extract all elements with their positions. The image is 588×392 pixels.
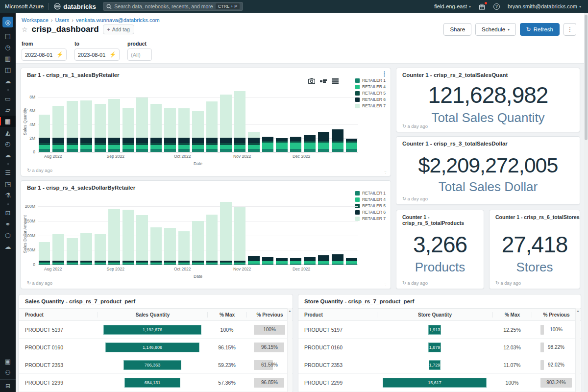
legend-item-retailer-7[interactable]: RETAILER 7 xyxy=(355,103,386,108)
breadcrumb-workspace[interactable]: Workspace xyxy=(22,17,49,23)
column-header--max[interactable]: % Max xyxy=(207,312,246,318)
sidebar-item-workspace[interactable]: ◎ xyxy=(0,16,16,28)
from-date-input[interactable] xyxy=(25,52,54,58)
legend-item-retailer-1[interactable]: RETAILER 1 xyxy=(355,78,386,83)
stacked-bar[interactable] xyxy=(80,198,92,265)
stacked-bar[interactable] xyxy=(290,86,301,152)
stacked-bar[interactable] xyxy=(290,198,301,265)
sidebar-item-queries[interactable]: ▱ xyxy=(0,104,16,116)
sidebar-item-sql-editor[interactable]: ▭ xyxy=(0,93,16,104)
sidebar-item-experiments[interactable]: ⚗ xyxy=(0,190,16,201)
stacked-bar[interactable] xyxy=(136,86,147,152)
legend-item-retailer-5[interactable]: RETAILER 5 xyxy=(355,91,386,96)
legend-item-retailer-5[interactable]: RETAILER 5 xyxy=(355,203,386,208)
stacked-bar[interactable] xyxy=(67,198,78,265)
product-input[interactable] xyxy=(131,52,148,58)
schedule-button[interactable]: Schedule▾ xyxy=(475,23,516,36)
stacked-bar[interactable] xyxy=(262,86,273,152)
table-scrollbar[interactable]: ▲ xyxy=(575,308,580,392)
legend-item-retailer-1[interactable]: RETAILER 1 xyxy=(355,191,386,196)
table-row[interactable]: PRODUCT 51971,91312.25%100% xyxy=(298,321,581,339)
sidebar-item-models[interactable]: ⬡ xyxy=(0,230,16,241)
workspace-env-selector[interactable]: field-eng-east ▾ xyxy=(434,3,471,9)
stacked-bar[interactable] xyxy=(276,198,287,265)
table-row[interactable]: PRODUCT 229915,617100%903.24% xyxy=(298,374,581,392)
table-scrollbar[interactable]: ▲ xyxy=(287,308,292,392)
resize-handle[interactable]: ·· · xyxy=(384,170,388,174)
column-header--previous[interactable]: % Previous xyxy=(246,312,293,318)
legend-item-retailer-4[interactable]: RETAILER 4 xyxy=(355,84,386,89)
stacked-bar[interactable] xyxy=(164,198,175,265)
sidebar-item-marketplace[interactable]: ▣ xyxy=(0,356,16,367)
user-menu[interactable]: bryan.smith@databricks.com ▾ xyxy=(508,3,581,9)
column-header-store-quantity[interactable]: Store Quantity xyxy=(377,312,492,318)
legend-item-retailer-6[interactable]: RETAILER 6 xyxy=(355,97,386,102)
stacked-bar[interactable] xyxy=(262,198,273,265)
sidebar-item-catalog[interactable]: ▥ xyxy=(0,53,16,64)
sidebar-item-delta-live-tables[interactable]: ◳ xyxy=(0,178,16,190)
stacked-bar[interactable] xyxy=(318,198,329,265)
stacked-bar[interactable] xyxy=(95,86,106,152)
stacked-bar[interactable] xyxy=(234,198,245,265)
stacked-bar[interactable] xyxy=(248,86,259,152)
stacked-bar[interactable] xyxy=(150,86,162,152)
table-row[interactable]: PRODUCT 2299684,13157.36%96.85% xyxy=(19,374,293,392)
page-scrollbar[interactable] xyxy=(584,13,588,392)
stacked-bar[interactable] xyxy=(67,86,78,152)
add-tag-button[interactable]: +Add tag xyxy=(103,24,134,34)
share-button[interactable]: Share xyxy=(443,23,471,36)
refresh-button[interactable]: ↻Refresh xyxy=(520,23,560,36)
table-row[interactable]: PRODUCT 01601,146,80896.15%96.15% xyxy=(19,339,293,356)
stacked-bar[interactable] xyxy=(39,86,50,152)
stacked-bar[interactable] xyxy=(52,198,64,265)
stacked-bar[interactable] xyxy=(318,86,329,152)
stacked-bar[interactable] xyxy=(164,86,175,152)
sidebar-item-workflows[interactable]: ◫ xyxy=(0,64,16,75)
sidebar-item-sql-warehouses[interactable]: ☁ xyxy=(0,149,16,161)
sidebar-item-partner-connect[interactable]: ⚭ xyxy=(0,219,16,230)
to-date-field[interactable]: ⚡ xyxy=(74,49,120,61)
table-row[interactable]: PRODUCT 01601,87912.03%98.22% xyxy=(298,339,581,356)
whats-new-button[interactable] xyxy=(479,3,486,10)
stacked-bar[interactable] xyxy=(234,86,245,152)
column-header-product[interactable]: Product xyxy=(298,312,377,318)
global-search[interactable]: CTRL + P xyxy=(103,2,243,11)
stacked-bar[interactable] xyxy=(332,86,343,152)
stacked-bar[interactable] xyxy=(39,198,50,265)
stacked-bar[interactable] xyxy=(304,86,315,152)
sidebar-collapse-button[interactable]: ⊟ xyxy=(0,379,16,392)
camera-icon[interactable] xyxy=(308,78,315,84)
product-field[interactable] xyxy=(127,49,152,61)
stacked-bar[interactable] xyxy=(206,86,218,152)
sidebar-item-recents[interactable]: ◷ xyxy=(0,42,16,53)
breadcrumb-user-folder[interactable]: venkata.wunnava@databricks.com xyxy=(76,17,160,23)
stacked-bar[interactable] xyxy=(220,86,231,152)
column-header--previous[interactable]: % Previous xyxy=(532,312,581,318)
card-menu-kebab-icon[interactable]: ⋮ xyxy=(381,70,388,77)
sidebar-item-alerts[interactable]: ◭ xyxy=(0,127,16,138)
sidebar-item-notebooks[interactable]: ▤ xyxy=(0,30,16,42)
scrollbar-thumb[interactable] xyxy=(585,15,588,140)
plot-area[interactable]: 050M100M150M200MAug 2022Sep 2022Oct 2022… xyxy=(38,198,358,265)
sidebar-item-dashboards[interactable]: ▦ xyxy=(0,116,16,127)
stacked-bar[interactable] xyxy=(178,86,190,152)
sidebar-item-feature-store[interactable]: ⊡ xyxy=(0,207,16,219)
favorite-star-icon[interactable]: ☆ xyxy=(22,25,28,33)
column-header-sales-quantity[interactable]: Sales Quantity xyxy=(98,312,207,318)
stacked-bar[interactable] xyxy=(192,198,203,265)
stacked-bar[interactable] xyxy=(220,198,231,265)
stacked-bar[interactable] xyxy=(206,198,218,265)
resize-handle[interactable]: ·· · xyxy=(384,283,388,287)
legend-item-retailer-7[interactable]: RETAILER 7 xyxy=(355,216,386,221)
stacked-bar[interactable] xyxy=(178,198,190,265)
table-row[interactable]: PRODUCT 2353706,36359.23%61.59% xyxy=(19,356,293,374)
sidebar-item-settings[interactable]: ⚇ xyxy=(0,367,16,378)
from-date-field[interactable]: ⚡ xyxy=(22,49,67,61)
stacked-bar[interactable] xyxy=(248,198,259,265)
stacked-bar[interactable] xyxy=(80,86,92,152)
stacked-bar[interactable] xyxy=(346,198,357,265)
help-button[interactable]: ? xyxy=(493,3,500,10)
stacked-bar[interactable] xyxy=(346,86,357,152)
legend-item-retailer-6[interactable]: RETAILER 6 xyxy=(355,210,386,215)
stacked-bar[interactable] xyxy=(304,198,315,265)
